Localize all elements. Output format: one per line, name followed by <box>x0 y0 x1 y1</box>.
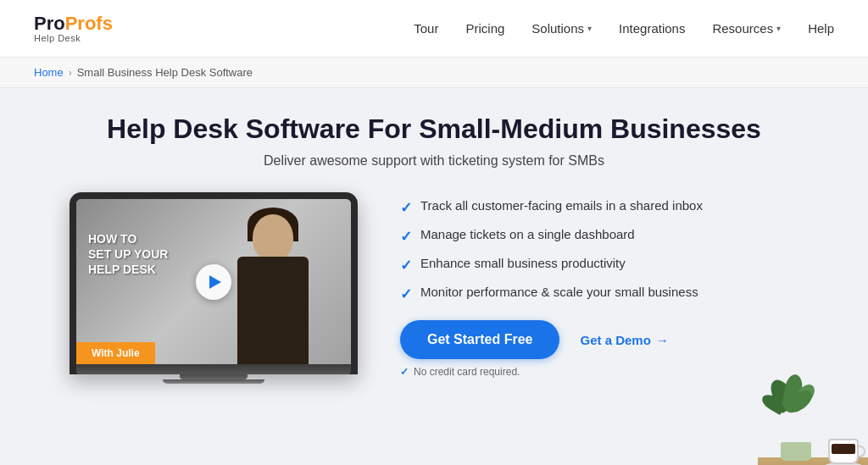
no-cc-text: No credit card required. <box>414 366 520 378</box>
breadcrumb-current: Small Business Help Desk Software <box>77 66 253 79</box>
hero-title: Help Desk Software For Small-Medium Busi… <box>107 113 761 145</box>
breadcrumb-separator: › <box>69 67 72 79</box>
decoration-right <box>758 291 868 465</box>
content-row: HOW TO SET UP YOUR HELP DESK With Julie … <box>70 192 798 384</box>
nav-pricing[interactable]: Pricing <box>465 21 504 36</box>
logo[interactable]: ProProfs Help Desk <box>34 14 113 43</box>
feature-item-1: ✓ Track all customer-facing emails in a … <box>400 198 798 217</box>
feature-text-2: Manage tickets on a single dashboard <box>420 227 635 241</box>
logo-subtitle: Help Desk <box>34 34 113 43</box>
main-content: Help Desk Software For Small-Medium Busi… <box>0 88 868 465</box>
logo-pro-text: Pro <box>34 13 65 34</box>
check-icon-1: ✓ <box>400 199 412 217</box>
resources-caret-icon: ▾ <box>776 24 781 33</box>
cta-row: Get Started Free Get a Demo → <box>400 320 798 359</box>
nav-solutions[interactable]: Solutions ▾ <box>531 21 592 36</box>
check-icon-3: ✓ <box>400 257 412 274</box>
play-icon <box>209 275 221 289</box>
header: ProProfs Help Desk Tour Pricing Solution… <box>0 0 868 58</box>
hero-subtitle: Deliver awesome support with ticketing s… <box>264 153 604 169</box>
breadcrumb: Home › Small Business Help Desk Software <box>0 58 868 88</box>
check-icon-2: ✓ <box>400 228 412 246</box>
play-button[interactable] <box>196 264 231 300</box>
no-cc-check-icon: ✓ <box>400 366 409 378</box>
check-icon-4: ✓ <box>400 285 412 303</box>
nav-tour[interactable]: Tour <box>414 21 438 36</box>
get-demo-button[interactable]: Get a Demo → <box>580 333 668 347</box>
demo-arrow-icon: → <box>656 333 669 347</box>
logo-profs-text: Profs <box>65 13 113 34</box>
presenter-label: With Julie <box>76 342 155 364</box>
feature-item-2: ✓ Manage tickets on a single dashboard <box>400 227 798 246</box>
solutions-caret-icon: ▾ <box>587 24 592 33</box>
main-nav: Tour Pricing Solutions ▾ Integrations Re… <box>414 21 834 36</box>
coffee-mug-decoration <box>826 439 861 465</box>
feature-item-3: ✓ Enhance small business productivity <box>400 256 798 274</box>
demo-label: Get a Demo <box>580 333 650 347</box>
get-started-button[interactable]: Get Started Free <box>400 320 559 359</box>
nav-integrations[interactable]: Integrations <box>619 21 685 36</box>
nav-help[interactable]: Help <box>808 21 834 36</box>
feature-text-3: Enhance small business productivity <box>420 256 626 270</box>
nav-resources[interactable]: Resources ▾ <box>712 21 781 36</box>
feature-text-1: Track all customer-facing emails in a sh… <box>420 198 703 213</box>
feature-item-4: ✓ Monitor performance & scale your small… <box>400 285 798 303</box>
video-laptop: HOW TO SET UP YOUR HELP DESK With Julie <box>70 192 358 384</box>
how-to-text: HOW TO SET UP YOUR HELP DESK <box>88 231 168 278</box>
no-credit-card-notice: ✓ No credit card required. <box>400 366 798 378</box>
plant-decoration <box>766 374 826 461</box>
feature-text-4: Monitor performance & scale your small b… <box>420 285 698 299</box>
breadcrumb-home[interactable]: Home <box>34 66 64 79</box>
features-column: ✓ Track all customer-facing emails in a … <box>400 198 798 378</box>
